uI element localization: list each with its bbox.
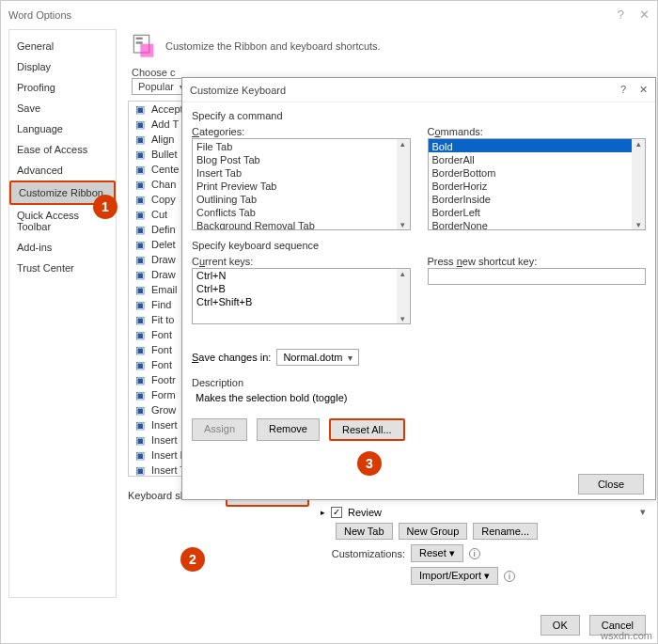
- sidebar-item-display[interactable]: Display: [9, 56, 116, 77]
- expand-icon[interactable]: ▸: [321, 508, 325, 517]
- callout-2: 2: [180, 547, 205, 572]
- page-header-text: Customize the Ribbon and keyboard shortc…: [165, 40, 381, 52]
- command-option[interactable]: BorderNone: [429, 218, 646, 230]
- scroll-down-icon[interactable]: ▾: [632, 220, 645, 229]
- command-icon: ▣: [133, 118, 148, 131]
- rename-button[interactable]: Rename...: [473, 523, 538, 540]
- commands-label: Commands:: [428, 126, 647, 137]
- command-icon: ▣: [133, 433, 148, 447]
- command-option[interactable]: BorderAll: [429, 152, 646, 165]
- categories-listbox[interactable]: File TabBlog Post TabInsert TabPrint Pre…: [192, 138, 411, 230]
- customize-keyboard-dialog: Customize Keyboard ? ✕ Specify a command…: [181, 77, 656, 500]
- review-checkbox[interactable]: ✓: [331, 507, 342, 518]
- scrollbar[interactable]: ▴▾: [632, 139, 645, 229]
- callout-1: 1: [93, 195, 118, 219]
- save-changes-combo[interactable]: Normal.dotm: [276, 349, 359, 366]
- help-icon[interactable]: i: [504, 571, 515, 582]
- sidebar-item-trust-center[interactable]: Trust Center: [9, 258, 116, 278]
- sidebar-item-language[interactable]: Language: [9, 118, 116, 139]
- command-option[interactable]: BorderBottom: [429, 165, 646, 179]
- sidebar-item-save[interactable]: Save: [9, 98, 116, 118]
- reset-all-button[interactable]: Reset All...: [329, 418, 405, 441]
- scrollbar[interactable]: ▴▾: [397, 139, 410, 229]
- scroll-up-icon[interactable]: ▴: [397, 269, 410, 278]
- sidebar-item-general[interactable]: General: [9, 36, 116, 56]
- scrollbar[interactable]: ▴▾: [397, 269, 410, 323]
- command-icon: ▣: [133, 133, 148, 146]
- sidebar-item-advanced[interactable]: Advanced: [9, 160, 116, 181]
- commands-listbox[interactable]: BoldBorderAllBorderBottomBorderHorizBord…: [428, 138, 647, 230]
- category-option[interactable]: Print Preview Tab: [193, 179, 410, 192]
- titlebar: Word Options ? ✕: [1, 1, 657, 29]
- scroll-down-icon[interactable]: ▾: [640, 506, 646, 518]
- command-icon: ▣: [133, 373, 148, 386]
- category-option[interactable]: Conflicts Tab: [193, 205, 410, 218]
- save-changes-row: Save changes in: Normal.dotm: [192, 349, 646, 366]
- category-option[interactable]: Blog Post Tab: [193, 152, 410, 165]
- sidebar-item-add-ins[interactable]: Add-ins: [9, 237, 116, 258]
- command-icon: ▣: [133, 148, 148, 161]
- category-option[interactable]: Insert Tab: [193, 165, 410, 179]
- help-icon[interactable]: i: [469, 548, 480, 559]
- dialog-body: Specify a command Categories: File TabBl…: [182, 102, 655, 447]
- command-icon: ▣: [133, 102, 148, 116]
- new-shortcut-input[interactable]: [428, 268, 647, 285]
- ribbon-customize-panel: ▸ ✓ Review ▾ New Tab New Group Rename...…: [321, 501, 646, 589]
- command-icon: ▣: [133, 328, 148, 341]
- category-option[interactable]: Outlining Tab: [193, 192, 410, 205]
- scroll-down-icon[interactable]: ▾: [397, 314, 410, 323]
- close-icon[interactable]: ✕: [639, 84, 648, 96]
- assign-button[interactable]: Assign: [192, 418, 247, 441]
- save-changes-label: Save changes in:: [192, 352, 271, 363]
- scroll-down-icon[interactable]: ▾: [397, 220, 410, 229]
- command-icon: ▣: [133, 193, 148, 206]
- command-icon: ▣: [133, 388, 148, 401]
- svg-rect-3: [136, 41, 143, 43]
- current-key[interactable]: Ctrl+Shift+B: [193, 295, 410, 308]
- svg-rect-2: [136, 38, 143, 39]
- command-icon: ▣: [133, 223, 148, 236]
- close-button[interactable]: Close: [578, 474, 644, 495]
- command-option[interactable]: BorderLeft: [429, 205, 646, 218]
- current-key[interactable]: Ctrl+B: [193, 282, 410, 295]
- ok-button[interactable]: OK: [540, 615, 580, 636]
- command-icon: ▣: [133, 253, 148, 266]
- svg-rect-1: [140, 44, 153, 57]
- help-icon[interactable]: ?: [620, 84, 626, 96]
- scroll-up-icon[interactable]: ▴: [632, 139, 645, 149]
- category-option[interactable]: File Tab: [193, 139, 410, 152]
- description-text: Makes the selection bold (toggle): [192, 390, 646, 405]
- command-icon: ▣: [133, 178, 148, 191]
- command-option[interactable]: BorderHoriz: [429, 179, 646, 192]
- current-keys-box[interactable]: Ctrl+NCtrl+BCtrl+Shift+B▴▾: [192, 268, 411, 324]
- customizations-label: Customizations:: [321, 548, 405, 559]
- page-header: Customize the Ribbon and keyboard shortc…: [132, 33, 650, 59]
- command-option[interactable]: Bold: [429, 139, 646, 152]
- import-export-button[interactable]: Import/Export ▾: [411, 567, 498, 585]
- command-icon: ▣: [133, 268, 148, 281]
- new-group-button[interactable]: New Group: [399, 523, 468, 540]
- sidebar-item-proofing[interactable]: Proofing: [9, 77, 116, 98]
- review-label: Review: [348, 507, 382, 518]
- command-icon: ▣: [133, 163, 148, 176]
- choose-commands-label: Choose c: [132, 67, 175, 78]
- category-option[interactable]: Background Removal Tab: [193, 218, 410, 230]
- help-icon[interactable]: ?: [618, 1, 624, 29]
- remove-button[interactable]: Remove: [257, 418, 320, 441]
- options-sidebar: GeneralDisplayProofingSaveLanguageEase o…: [8, 29, 117, 598]
- review-group-row[interactable]: ▸ ✓ Review ▾: [321, 506, 646, 518]
- close-icon[interactable]: ✕: [639, 1, 650, 29]
- command-icon: ▣: [133, 463, 148, 477]
- current-key[interactable]: Ctrl+N: [193, 269, 410, 282]
- specify-sequence-label: Specify keyboard sequence: [192, 240, 646, 251]
- categories-label: Categories:: [192, 126, 411, 137]
- command-icon: ▣: [133, 238, 148, 251]
- sidebar-item-ease-of-access[interactable]: Ease of Access: [9, 139, 116, 160]
- current-keys-label: Current keys:: [192, 256, 411, 267]
- dialog-titlebar: Customize Keyboard ? ✕: [182, 78, 655, 102]
- command-option[interactable]: BorderInside: [429, 192, 646, 205]
- scroll-up-icon[interactable]: ▴: [397, 139, 410, 149]
- new-tab-button[interactable]: New Tab: [336, 523, 393, 540]
- reset-button[interactable]: Reset ▾: [411, 544, 463, 562]
- description-label: Description: [192, 377, 646, 388]
